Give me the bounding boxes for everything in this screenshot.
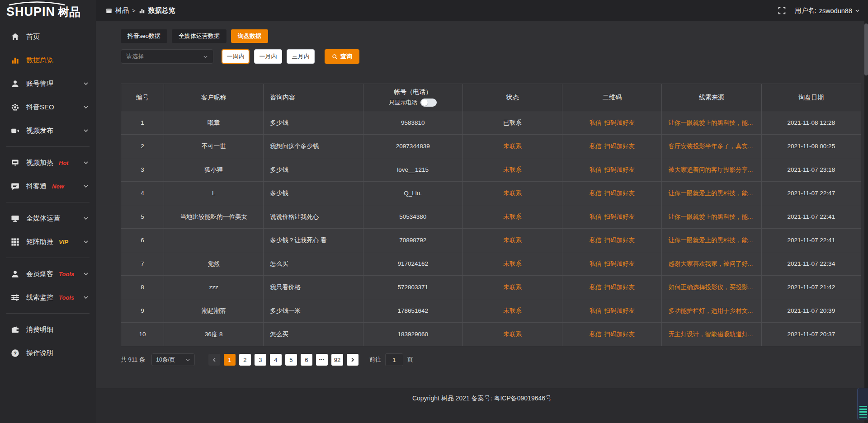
scan-add-friend-link[interactable]: 扫码加好友	[604, 119, 635, 127]
table-row: 8zzz我只看价格572803371未联系私信扫码加好友如何正确选择投影仪，买投…	[121, 276, 861, 299]
scan-add-friend-link[interactable]: 扫码加好友	[604, 189, 635, 197]
phone-only-toggle[interactable]	[420, 99, 437, 107]
private-message-link[interactable]: 私信	[590, 166, 602, 174]
private-message-link[interactable]: 私信	[590, 283, 602, 291]
private-message-link[interactable]: 私信	[590, 330, 602, 338]
page-size-select[interactable]: 10条/页	[151, 353, 195, 366]
pagination-ellipsis[interactable]: •••	[316, 354, 328, 366]
pagination-page-4[interactable]: 4	[270, 354, 282, 366]
sidebar-item-home[interactable]: 首页	[0, 25, 96, 48]
cell-source[interactable]: 客厅安装投影半年多了，真实...	[662, 135, 761, 158]
private-message-link[interactable]: 私信	[590, 142, 602, 150]
cell-no: 2	[121, 135, 164, 158]
sidebar-item-douyin-seo[interactable]: 抖音SEO	[0, 95, 96, 119]
cell-qrcode: 私信扫码加好友	[562, 158, 662, 182]
cell-qrcode: 私信扫码加好友	[562, 205, 662, 229]
private-message-link[interactable]: 私信	[590, 260, 602, 268]
cell-source[interactable]: 让你一眼就爱上的黑科技，能...	[662, 229, 761, 252]
range-button-quarter[interactable]: 三月内	[287, 49, 315, 64]
range-button-month[interactable]: 一月内	[254, 49, 282, 64]
page-size-value: 10条/页	[156, 356, 175, 364]
chevron-down-icon	[855, 8, 860, 13]
content-area: 抖音seo数据全媒体运营数据询盘数据 请选择 一周内一月内三月内 查询	[96, 21, 868, 423]
cell-no: 9	[121, 299, 164, 323]
sidebar-item-label: 抖音SEO	[26, 103, 54, 112]
scan-add-friend-link[interactable]: 扫码加好友	[604, 260, 635, 268]
cell-status: 已联系	[463, 111, 562, 135]
scan-add-friend-link[interactable]: 扫码加好友	[604, 166, 635, 174]
sidebar-item-video-publish[interactable]: 视频发布	[0, 119, 96, 142]
private-message-link[interactable]: 私信	[590, 236, 602, 244]
range-button-week[interactable]: 一周内	[222, 49, 250, 64]
tab-douyin-seo-data[interactable]: 抖音seo数据	[121, 29, 167, 43]
breadcrumb-root[interactable]: 树品	[115, 6, 129, 15]
pagination-page-2[interactable]: 2	[239, 354, 251, 366]
cell-nickname: 狐小狸	[164, 158, 264, 182]
cell-date: 2021-11-07 22:41	[762, 205, 861, 229]
cell-source[interactable]: 无主灯设计，智能磁吸轨道灯...	[662, 323, 761, 346]
sidebar-item-account-manage[interactable]: 账号管理	[0, 72, 96, 95]
goto-page-input[interactable]	[385, 353, 403, 366]
chevron-down-icon	[83, 104, 89, 110]
cell-date: 2021-11-07 22:47	[762, 182, 861, 205]
sidebar-item-member-baoke[interactable]: 会员爆客Tools	[0, 262, 96, 286]
cell-account: 50534380	[363, 205, 463, 229]
scan-add-friend-link[interactable]: 扫码加好友	[604, 142, 635, 150]
scan-add-friend-link[interactable]: 扫码加好友	[604, 330, 635, 338]
qr-links: 私信扫码加好友	[590, 119, 635, 127]
scan-add-friend-link[interactable]: 扫码加好友	[604, 213, 635, 221]
sidebar-item-expense-detail[interactable]: 消费明细	[0, 318, 96, 341]
query-button[interactable]: 查询	[325, 49, 359, 64]
private-message-link[interactable]: 私信	[590, 213, 602, 221]
scrollbar-thumb[interactable]	[864, 24, 868, 75]
sidebar-item-instructions[interactable]: ?操作说明	[0, 341, 96, 365]
pagination-page-92[interactable]: 92	[331, 354, 343, 366]
chat-icon	[11, 182, 19, 191]
scan-add-friend-link[interactable]: 扫码加好友	[604, 307, 635, 315]
sidebar-item-media-operation[interactable]: 全媒体运营	[0, 207, 96, 230]
private-message-link[interactable]: 私信	[590, 189, 602, 197]
cell-no: 10	[121, 323, 164, 346]
pagination-next-button[interactable]	[347, 354, 359, 366]
private-message-link[interactable]: 私信	[590, 307, 602, 315]
sidebar-menu: 首页数据总览账号管理抖音SEO视频发布视频加热Hot抖客通New全媒体运营矩阵助…	[0, 21, 96, 423]
chart-icon	[11, 56, 19, 65]
date-filter-select[interactable]: 请选择	[121, 49, 213, 64]
tab-media-operation-data[interactable]: 全媒体运营数据	[172, 29, 226, 43]
pagination-page-6[interactable]: 6	[301, 354, 312, 366]
sidebar-item-video-heat[interactable]: 视频加热Hot	[0, 151, 96, 174]
cell-qrcode: 私信扫码加好友	[562, 182, 662, 205]
tab-inquiry-data[interactable]: 询盘数据	[231, 29, 268, 43]
scan-add-friend-link[interactable]: 扫码加好友	[604, 283, 635, 291]
private-message-link[interactable]: 私信	[590, 119, 602, 127]
floating-widget[interactable]	[857, 388, 868, 420]
logo-arc	[7, 1, 67, 5]
pagination-prev-button[interactable]	[208, 354, 220, 366]
cell-account: 9583810	[363, 111, 463, 135]
sidebar-item-data-overview[interactable]: 数据总览	[0, 48, 96, 72]
cell-qrcode: 私信扫码加好友	[562, 252, 662, 276]
cell-source[interactable]: 让你一眼就爱上的黑科技，能...	[662, 182, 761, 205]
scan-add-friend-link[interactable]: 扫码加好友	[604, 236, 635, 244]
sidebar-item-clue-monitor[interactable]: 线索监控Tools	[0, 286, 96, 309]
pagination-page-3[interactable]: 3	[255, 354, 266, 366]
sidebar-divider	[6, 313, 90, 314]
cell-qrcode: 私信扫码加好友	[562, 299, 662, 323]
cell-source[interactable]: 被大家追着问的客厅投影分享...	[662, 158, 761, 182]
main-panel: 抖音seo数据全媒体运营数据询盘数据 请选择 一周内一月内三月内 查询	[96, 21, 868, 388]
cell-source[interactable]: 让你一眼就爱上的黑科技，能...	[662, 111, 761, 135]
pagination-page-5[interactable]: 5	[285, 354, 297, 366]
cell-source[interactable]: 感谢大家喜欢我家，被问了好...	[662, 252, 761, 276]
cell-source[interactable]: 让你一眼就爱上的黑科技，能...	[662, 205, 761, 229]
cell-content: 多少钱一米	[264, 299, 363, 323]
col-header-account: 帐号（电话） 只显示电话	[363, 84, 463, 111]
sidebar-item-douketong[interactable]: 抖客通New	[0, 174, 96, 198]
cell-source[interactable]: 多功能护栏灯，适用于乡村文...	[662, 299, 761, 323]
cell-account: 2097344839	[363, 135, 463, 158]
fullscreen-icon[interactable]	[778, 7, 786, 14]
cell-source[interactable]: 如何正确选择投影仪，买投影...	[662, 276, 761, 299]
logo[interactable]: SHUPIN 树品	[0, 0, 96, 21]
sidebar-item-matrix-boost[interactable]: 矩阵助推VIP	[0, 230, 96, 254]
pagination-page-1[interactable]: 1	[224, 354, 236, 366]
user-menu[interactable]: 用户名: zswodun88	[795, 6, 860, 15]
